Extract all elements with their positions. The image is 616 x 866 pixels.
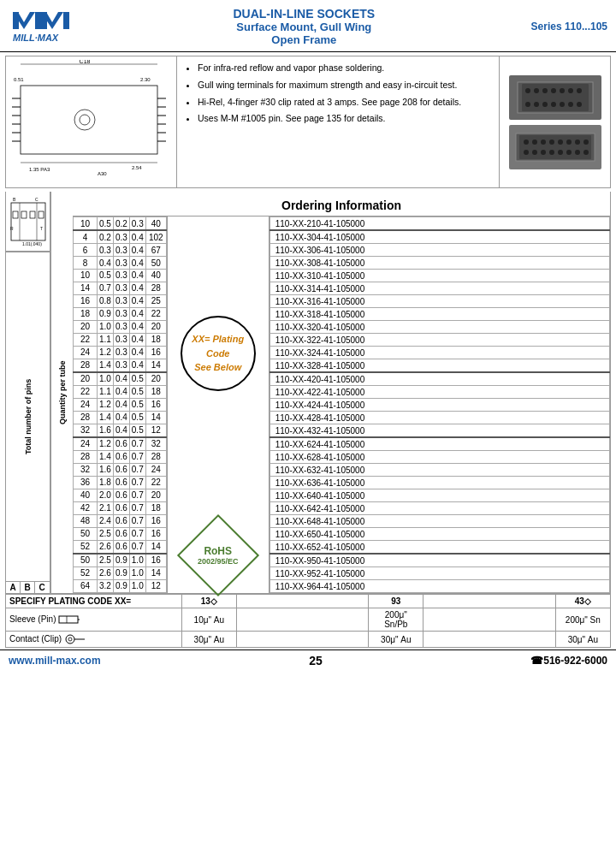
page-number: 25 <box>309 654 323 667</box>
a-cell: 2.5 <box>98 527 114 540</box>
order-code-cell: 110-XX-640-41-105000 <box>270 489 609 502</box>
rohs-text: RoHS 2002/95/EC <box>198 545 239 566</box>
table-row: 50 2.5 0.9 1.0 16 <box>74 554 167 567</box>
svg-text:1.35 PA3: 1.35 PA3 <box>29 167 50 172</box>
c-cell: 0.5 <box>129 411 145 424</box>
svg-point-35 <box>534 102 539 107</box>
product-info-section: C18 1.35 PA3 A30 2.54 0.51 2.30 For infr… <box>5 56 611 188</box>
order-row: 110-XX-304-41-105000 <box>270 230 609 244</box>
c-cell: 0.4 <box>129 282 145 294</box>
table-row: 24 1.2 0.6 0.7 32 <box>74 437 167 451</box>
b-cell: 0.3 <box>113 270 129 282</box>
qty-cell: 14 <box>145 566 166 579</box>
svg-point-50 <box>575 139 580 145</box>
b-cell: 0.4 <box>113 372 129 386</box>
svg-rect-66 <box>38 211 44 218</box>
svg-text:T: T <box>40 226 43 231</box>
mini-diagram-cell: R T B C 1.01(.040) <box>6 192 50 252</box>
pins-cell: 10 <box>74 217 98 231</box>
qty-cell: 18 <box>145 333 166 346</box>
dimension-drawing: C18 1.35 PA3 A30 2.54 0.51 2.30 <box>12 60 170 184</box>
table-row: 20 1.0 0.3 0.4 20 <box>74 320 167 333</box>
a-cell: 1.0 <box>98 372 114 386</box>
table-row: 16 0.8 0.3 0.4 25 <box>74 294 167 307</box>
order-code-cell: 110-XX-324-41-105000 <box>270 347 609 359</box>
plating-code-13: 13◇ <box>181 595 236 608</box>
order-row: 110-XX-306-41-105000 <box>270 244 609 257</box>
svg-point-32 <box>568 88 573 93</box>
a-cell: 1.1 <box>98 385 114 398</box>
svg-rect-1 <box>21 86 157 154</box>
abc-headers: A B C <box>6 581 50 593</box>
feature-item-1: For infra-red reflow and vapor phase sol… <box>198 62 492 75</box>
pins-cell: 24 <box>74 437 98 451</box>
order-row: 110-XX-316-41-105000 <box>270 295 609 308</box>
title-line2: Surface Mount, Gull Wing <box>233 21 375 33</box>
contact-label: Contact (Clip) <box>6 632 182 648</box>
ordering-info-title: Ordering Information <box>73 192 610 216</box>
product-photos <box>499 56 610 187</box>
b-cell: 0.6 <box>113 476 129 489</box>
a-cell: 3.2 <box>98 579 114 592</box>
table-row: 36 1.8 0.6 0.7 22 <box>74 476 167 489</box>
c-cell: 0.7 <box>129 540 145 554</box>
b-cell: 0.3 <box>113 282 129 294</box>
qty-cell: 18 <box>145 501 166 514</box>
b-cell: 0.6 <box>113 463 129 476</box>
order-code-cell: 110-XX-628-41-105000 <box>270 451 609 464</box>
contact-spec-43: 30μ" Au <box>555 632 610 648</box>
order-code-cell: 110-XX-316-41-105000 <box>270 295 609 308</box>
svg-text:A30: A30 <box>98 171 107 176</box>
c-cell: 0.5 <box>129 385 145 398</box>
qty-cell: 22 <box>145 307 166 320</box>
table-row: 24 1.2 0.3 0.4 16 <box>74 346 167 359</box>
b-cell: 0.6 <box>113 501 129 514</box>
c-cell: 0.5 <box>129 398 145 411</box>
svg-text:MILL·MAX: MILL·MAX <box>13 33 59 43</box>
table-row: 52 2.6 0.6 0.7 14 <box>74 540 167 554</box>
svg-rect-72 <box>59 616 78 623</box>
right-data-section: Ordering Information 10 0.5 0.2 0.3 40 4… <box>73 192 610 593</box>
order-row: 110-XX-652-41-105000 <box>270 541 609 555</box>
qty-cell: 28 <box>145 450 166 463</box>
svg-point-52 <box>524 150 529 155</box>
qty-cell: 22 <box>145 476 166 489</box>
table-row: 14 0.7 0.3 0.4 28 <box>74 282 167 294</box>
feature-list: For infra-red reflow and vapor phase sol… <box>184 62 492 126</box>
pins-cell: 32 <box>74 424 98 437</box>
b-cell: 0.3 <box>113 320 129 333</box>
svg-text:1.01(.040): 1.01(.040) <box>22 241 42 246</box>
table-row: 52 2.6 0.9 1.0 14 <box>74 566 167 579</box>
c-cell: 0.7 <box>129 501 145 514</box>
pins-cell: 16 <box>74 294 98 307</box>
svg-text:2.30: 2.30 <box>140 77 151 82</box>
table-row: 28 1.4 0.4 0.5 14 <box>74 411 167 424</box>
b-cell: 0.9 <box>113 554 129 567</box>
qty-cell: 12 <box>145 424 166 437</box>
table-row: 64 3.2 0.9 1.0 12 <box>74 579 167 592</box>
order-code-cell: 110-XX-322-41-105000 <box>270 334 609 347</box>
website-url: www.mill-max.com <box>9 655 101 667</box>
c-cell: 0.7 <box>129 437 145 451</box>
order-code-cell: 110-XX-632-41-105000 <box>270 464 609 477</box>
qty-cell: 67 <box>145 244 166 257</box>
order-row: 110-XX-624-41-105000 <box>270 437 609 451</box>
feature-item-4: Uses M-M #1005 pin. See page 135 for det… <box>198 112 492 126</box>
order-row: 110-XX-320-41-105000 <box>270 321 609 334</box>
order-code-cell: 110-XX-952-41-105000 <box>270 567 609 580</box>
qty-cell: 16 <box>145 346 166 359</box>
a-cell: 1.2 <box>98 437 114 451</box>
c-cell: 0.4 <box>129 333 145 346</box>
table-row: 22 1.1 0.3 0.4 18 <box>74 333 167 346</box>
contact-spec-13: 30μ" Au <box>181 632 236 648</box>
sleeve-spec-43: 200μ" Sn <box>555 608 610 632</box>
plating-code-spacer2 <box>424 595 555 608</box>
sleeve-label: Sleeve (Pin) <box>6 608 182 632</box>
order-code-cell: 110-XX-652-41-105000 <box>270 541 609 555</box>
pins-cell: 20 <box>74 372 98 386</box>
svg-point-51 <box>583 139 589 145</box>
order-code-cell: 110-XX-314-41-105000 <box>270 282 609 295</box>
feature-bullets: For infra-red reflow and vapor phase sol… <box>177 56 499 187</box>
qty-cell: 14 <box>145 359 166 372</box>
svg-text:R: R <box>10 226 14 231</box>
